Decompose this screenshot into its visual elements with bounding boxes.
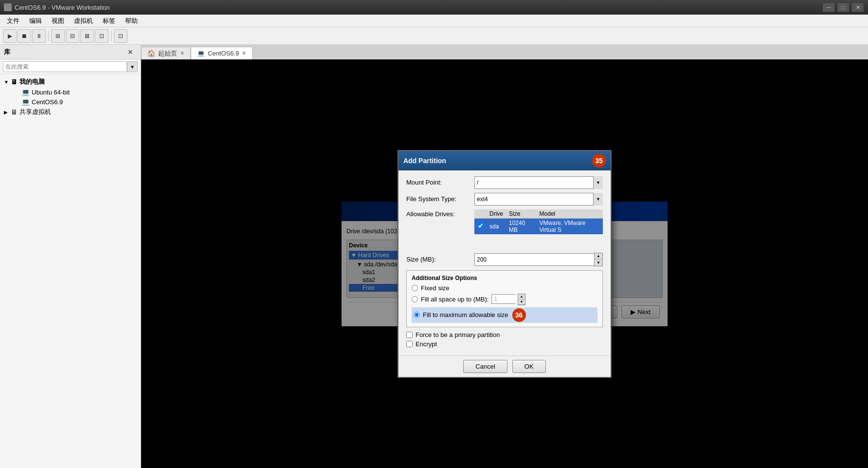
fill-space-label: Fill all space up to (MB):	[421, 296, 488, 303]
fill-space-decrement[interactable]: ▼	[518, 300, 525, 305]
size-spinner-wrap: ▲ ▼	[474, 253, 603, 266]
encrypt-label: Encrypt	[416, 340, 437, 348]
search-input[interactable]	[3, 61, 127, 72]
close-button[interactable]: ✕	[851, 2, 864, 12]
filesystem-label: File System Type:	[406, 195, 474, 203]
expand-icon-shared: ▶	[4, 110, 10, 115]
sidebar-search-bar: ▼	[0, 59, 141, 75]
size-input[interactable]	[474, 253, 594, 266]
expand-icon: ▼	[4, 79, 10, 85]
fill-space-row: Fill all space up to (MB): ▲ ▼	[412, 294, 597, 305]
tree-item-shared[interactable]: ▶ 🖥 共享虚拟机	[0, 107, 141, 117]
fixed-size-label: Fixed size	[421, 284, 450, 292]
sidebar: 库 ✕ ▼ ▼ 🖥 我的电脑 💻 Ubuntu 64-bit 💻 CentOS6…	[0, 45, 141, 468]
encrypt-checkbox[interactable]	[406, 341, 413, 347]
size-increment-button[interactable]: ▲	[595, 253, 602, 260]
size-decrement-button[interactable]: ▼	[595, 260, 602, 266]
fill-space-increment[interactable]: ▲	[518, 294, 525, 300]
mount-point-row: Mount Point: / ▼	[406, 176, 603, 189]
drive-checkbox[interactable]	[477, 223, 484, 229]
col-drive: Drive	[487, 209, 506, 219]
filesystem-select-wrap: ext4 ▼	[474, 193, 603, 206]
fixed-size-radio[interactable]	[412, 285, 418, 291]
mount-point-label: Mount Point:	[406, 179, 474, 186]
modal-overlay: Add Partition 35 Mount Point: /	[141, 59, 868, 468]
encrypt-row: Encrypt	[406, 340, 603, 348]
menu-file[interactable]: 文件	[2, 16, 24, 26]
row-model: VMware, VMware Virtual S	[537, 218, 603, 234]
menu-view[interactable]: 视图	[47, 16, 69, 26]
tab-centos-close[interactable]: ✕	[242, 50, 246, 56]
filesystem-select[interactable]: ext4	[474, 193, 603, 206]
force-primary-checkbox[interactable]	[406, 332, 413, 338]
cancel-button[interactable]: Cancel	[463, 360, 507, 373]
tab-centos[interactable]: 💻 CentOS6.9 ✕	[191, 47, 253, 59]
ok-button[interactable]: OK	[512, 360, 546, 373]
menu-tabs[interactable]: 标签	[98, 16, 120, 26]
tab-home[interactable]: 🏠 起始页 ✕	[141, 47, 191, 59]
menu-help[interactable]: 帮助	[120, 16, 143, 26]
size-spinner-buttons: ▲ ▼	[594, 253, 603, 266]
tabs-bar: 🏠 起始页 ✕ 💻 CentOS6.9 ✕	[141, 45, 868, 59]
allowable-drives-section: Allowable Drives: Drive Size Model	[406, 209, 603, 249]
window-controls: ─ □ ✕	[822, 2, 864, 12]
fill-max-radio[interactable]	[414, 312, 420, 318]
tab-home-close[interactable]: ✕	[180, 50, 184, 56]
fill-space-input-wrap: ▲ ▼	[491, 294, 525, 305]
sidebar-header: 库 ✕	[0, 45, 141, 59]
row-drive: sda	[487, 218, 506, 234]
toolbar-btn1[interactable]: ⊞	[51, 29, 65, 43]
tree-item-centos[interactable]: 💻 CentOS6.9	[10, 97, 141, 107]
drives-table: Drive Size Model sda	[474, 209, 603, 249]
filesystem-row: File System Type: ext4 ▼	[406, 193, 603, 206]
title-bar: CentOS6.9 - VMware Workstation ─ □ ✕	[0, 0, 868, 15]
size-row: Size (MB): ▲ ▼	[406, 253, 603, 266]
col-model: Model	[537, 209, 603, 219]
toolbar-btn5[interactable]: ⊡	[114, 29, 127, 43]
size-label: Size (MB):	[406, 256, 474, 263]
tree-item-mypc[interactable]: ▼ 🖥 我的电脑	[0, 76, 141, 87]
tree-label-mypc: 我的电脑	[19, 77, 45, 86]
menu-vm[interactable]: 虚拟机	[69, 16, 98, 26]
toolbar: ▶ ⏹ ⏸ ⊞ ⊟ ⊠ ⊡ ⊡	[0, 27, 868, 45]
toolbar-btn3[interactable]: ⊠	[80, 29, 94, 43]
toolbar-btn4[interactable]: ⊡	[95, 29, 108, 43]
toolbar-btn2[interactable]: ⊟	[66, 29, 79, 43]
dialog-body: Mount Point: / ▼ File System Type:	[398, 170, 611, 356]
toolbar-stop[interactable]: ⏹	[18, 29, 31, 43]
sidebar-title: 库	[4, 48, 10, 56]
app-icon	[4, 3, 12, 11]
allowable-drives-table-wrap: Drive Size Model sda	[474, 209, 603, 249]
fill-max-row: Fill to maximum allowable size 36	[412, 307, 597, 323]
toolbar-sep2	[111, 31, 111, 41]
step35-badge: 35	[592, 154, 606, 168]
minimize-button[interactable]: ─	[822, 2, 835, 12]
menu-bar: 文件 编辑 视图 虚拟机 标签 帮助	[0, 15, 868, 27]
tab-home-label: 起始页	[158, 49, 177, 58]
tab-home-icon: 🏠	[147, 50, 155, 57]
menu-edit[interactable]: 编辑	[24, 16, 47, 26]
sidebar-tree: ▼ 🖥 我的电脑 💻 Ubuntu 64-bit 💻 CentOS6.9 ▶ 🖥…	[0, 75, 141, 468]
row-check[interactable]	[474, 218, 487, 234]
tree-item-ubuntu[interactable]: 💻 Ubuntu 64-bit	[10, 87, 141, 97]
toolbar-play[interactable]: ▶	[3, 29, 17, 43]
window-title: CentOS6.9 - VMware Workstation	[15, 4, 822, 11]
tree-label-centos: CentOS6.9	[32, 98, 63, 106]
fill-space-input[interactable]	[491, 294, 516, 304]
table-empty-row	[474, 234, 603, 249]
col-check	[474, 209, 487, 219]
tree-label-shared: 共享虚拟机	[19, 108, 51, 116]
sidebar-close-button[interactable]: ✕	[124, 47, 137, 57]
step36-badge: 36	[512, 308, 526, 322]
toolbar-pause[interactable]: ⏸	[32, 29, 46, 43]
fill-space-radio[interactable]	[412, 296, 418, 302]
toolbar-sep1	[48, 31, 49, 41]
mount-point-select-wrap: / ▼	[474, 176, 603, 189]
maximize-button[interactable]: □	[837, 2, 850, 12]
mount-point-select[interactable]: /	[474, 176, 603, 189]
ubuntu-icon: 💻	[21, 88, 30, 96]
fixed-size-row: Fixed size	[412, 284, 597, 292]
search-dropdown-button[interactable]: ▼	[127, 61, 138, 72]
add-partition-dialog: Add Partition 35 Mount Point: /	[398, 150, 612, 378]
table-row: sda 10240 MB VMware, VMware Virtual S	[474, 218, 603, 234]
